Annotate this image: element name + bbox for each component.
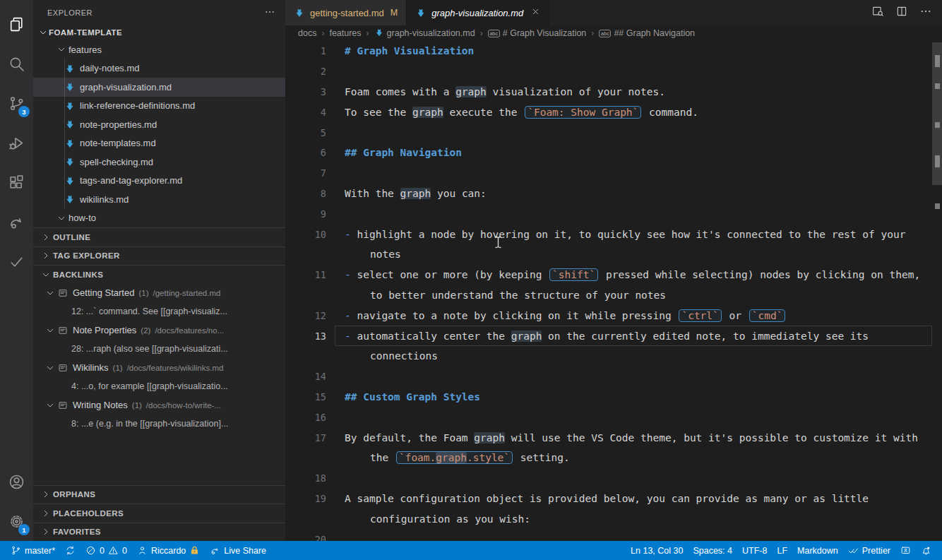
editor-line-12[interactable]: 12- navigate to a note by clicking on it… [285, 305, 942, 326]
source-control-badge: 3 [18, 106, 30, 117]
editor-line-17[interactable]: 17By default, the Foam graph will use th… [285, 427, 942, 448]
breadcrumb-item[interactable]: abc## Graph Navigation [599, 28, 695, 38]
status-prettier[interactable]: Prettier [843, 541, 895, 560]
tree-item-tags-and-tag-explorer-md[interactable]: tags-and-tag-explorer.md [33, 172, 285, 191]
status-sync[interactable] [60, 541, 81, 560]
editor-line-18[interactable]: 18 [285, 468, 942, 489]
workspace-root-row[interactable]: FOAM-TEMPLATE [33, 25, 285, 40]
editor-line-3[interactable]: 3Foam comes with a graph visualization o… [285, 82, 942, 102]
backlink-reference[interactable]: 4: ...o, for example [[graph-visualizati… [33, 377, 285, 396]
line-number: 16 [285, 412, 326, 423]
overview-ruler-mark [935, 55, 940, 67]
editor-line-2[interactable]: 2 [285, 61, 942, 82]
editor-line-4[interactable]: 4To see the graph execute the `Foam: Sho… [285, 102, 942, 122]
editor-line-5[interactable]: 5 [285, 122, 942, 143]
editor-line-11[interactable]: 11- select one or more (by keeping `shif… [285, 265, 942, 285]
tree-item-wikilinks-md[interactable]: wikilinks.md [33, 190, 285, 209]
tree-item-how-to[interactable]: how-to [33, 209, 285, 228]
activity-settings[interactable]: 1 [0, 501, 33, 541]
editor-line-20[interactable]: 20 [285, 529, 942, 541]
section-favorites[interactable]: FAVORITES [33, 523, 285, 542]
notifications-icon [921, 545, 931, 556]
activity-account[interactable] [0, 462, 33, 501]
live-share-user-2-icon [189, 545, 200, 556]
status-notifications[interactable] [916, 541, 936, 560]
backlink-writing-notes[interactable]: Writing Notes(1)/docs/how-to/write-... [33, 396, 285, 415]
editor-scrollbar[interactable] [932, 41, 942, 541]
activity-live-share[interactable] [0, 202, 33, 242]
tab-getting-started-md[interactable]: getting-started.mdM [285, 0, 407, 25]
section-outline[interactable]: OUTLINE [33, 227, 285, 246]
editor-line-9[interactable]: 9 [285, 203, 942, 224]
editor-line-13[interactable]: 13- automatically center the graph on th… [285, 326, 942, 346]
editor-line-8[interactable]: 8With the graph you can: [285, 184, 942, 204]
activity-source-control[interactable]: 3 [0, 83, 33, 123]
activity-explorer[interactable] [0, 4, 33, 44]
status-git-branch[interactable]: master* [6, 541, 60, 560]
editor-line-6[interactable]: 6## Graph Navigation [285, 143, 942, 163]
editor-line-1[interactable]: 1# Graph Visualization [285, 41, 942, 61]
sidebar-header: EXPLORER [33, 0, 285, 25]
section-tag-explorer[interactable]: TAG EXPLORER [33, 246, 285, 266]
tree-item-note-templates-md[interactable]: note-templates.md [33, 134, 285, 153]
editor-line-wrap[interactable]: to better understand the structure of yo… [285, 285, 942, 306]
status-live-share[interactable]: Live Share [205, 541, 271, 560]
editor-line-19[interactable]: 19A sample configuration object is provi… [285, 489, 942, 509]
backlink-note-properties[interactable]: Note Properties(2)/docs/features/no... [33, 321, 285, 340]
editor-line-wrap[interactable]: connections [285, 346, 942, 367]
activity-tasks[interactable] [0, 242, 33, 281]
editor-line-wrap[interactable]: the `foam.graph.style` setting. [285, 448, 942, 468]
editor-line-10[interactable]: 10- highlight a node by hovering on it, … [285, 224, 942, 244]
editor-pane[interactable]: 1# Graph Visualization23Foam comes with … [285, 41, 942, 541]
more-actions-button[interactable] [919, 5, 932, 20]
tree-item-features[interactable]: features [33, 40, 285, 59]
activity-extensions[interactable] [0, 162, 33, 202]
editor-lines: 1# Graph Visualization23Foam comes with … [285, 41, 942, 541]
status-feedback[interactable] [895, 541, 916, 560]
close-tab-icon[interactable] [531, 7, 540, 18]
backlink-getting-started[interactable]: Getting Started(1)/getting-started.md [33, 284, 285, 303]
backlink-reference[interactable]: 8: ...e (e.g. in the [[graph-visualizati… [33, 415, 285, 434]
activity-run-debug[interactable] [0, 123, 33, 162]
line-number: 12 [285, 310, 326, 321]
chevron-icon [56, 44, 67, 55]
split-editor-button[interactable] [895, 5, 908, 20]
more-actions-icon[interactable] [264, 6, 275, 19]
backlink-reference[interactable]: 12: ...` command. See [[graph-visualiz..… [33, 302, 285, 321]
status-indentation[interactable]: Spaces: 4 [688, 541, 737, 560]
overview-ruler-mark [935, 155, 940, 167]
section-orphans[interactable]: ORPHANS [33, 485, 285, 504]
tab-graph-visualization-md[interactable]: graph-visualization.md [407, 0, 549, 25]
line-number: 2 [285, 66, 326, 77]
sidebar-sections: OUTLINETAG EXPLORER [33, 227, 285, 265]
breadcrumb-item[interactable]: graph-visualization.md [374, 28, 475, 40]
tree-item-note-properties-md[interactable]: note-properties.md [33, 115, 285, 134]
section-placeholders[interactable]: PLACEHOLDERS [33, 504, 285, 523]
tree-item-link-reference-definitions-md[interactable]: link-reference-definitions.md [33, 97, 285, 116]
breadcrumb-item[interactable]: features [329, 28, 361, 38]
more-actions-icon [264, 6, 275, 18]
status-language-mode[interactable]: Markdown [792, 541, 843, 560]
section-backlinks[interactable]: BACKLINKS [33, 265, 285, 284]
editor-line-wrap[interactable]: configuration as you wish: [285, 508, 942, 529]
status-cursor-position[interactable]: Ln 13, Col 30 [626, 541, 688, 560]
editor-line-15[interactable]: 15## Custom Graph Styles [285, 387, 942, 407]
breadcrumb-item[interactable]: docs [298, 28, 316, 38]
activity-search[interactable] [0, 44, 33, 83]
editor-line-14[interactable]: 14 [285, 367, 942, 387]
status-eol[interactable]: LF [772, 541, 792, 560]
editor-line-7[interactable]: 7 [285, 163, 942, 184]
tree-item-daily-notes-md[interactable]: daily-notes.md [33, 59, 285, 78]
tree-item-graph-visualization-md[interactable]: graph-visualization.md [33, 78, 285, 97]
editor-line-wrap[interactable]: notes [285, 244, 942, 265]
backlink-wikilinks[interactable]: Wikilinks(1)/docs/features/wikilinks.md [33, 359, 285, 378]
status-problems[interactable]: 00 [81, 541, 132, 560]
breadcrumb-item[interactable]: abc# Graph Visualization [488, 28, 587, 38]
editor-line-16[interactable]: 16 [285, 407, 942, 427]
tree-item-spell-checking-md[interactable]: spell-checking.md [33, 153, 285, 172]
status-live-share-user[interactable]: Riccardo [132, 541, 205, 560]
status-encoding[interactable]: UTF-8 [737, 541, 772, 560]
markdown-file-icon [64, 100, 76, 112]
open-preview-button[interactable] [871, 5, 884, 20]
backlink-reference[interactable]: 28: ...raph (also see [[graph-visualizat… [33, 340, 285, 359]
